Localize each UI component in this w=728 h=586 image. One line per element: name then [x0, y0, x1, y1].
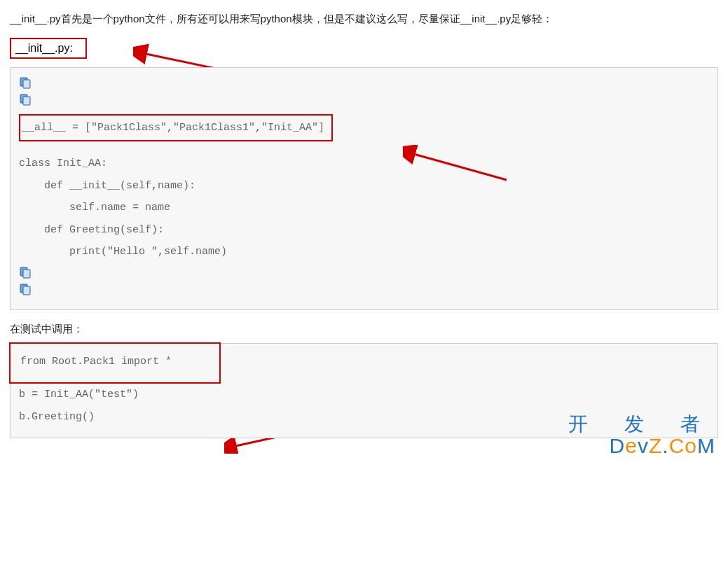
copy-icon[interactable] [19, 93, 709, 106]
code-line: b.Greeting() [19, 406, 709, 428]
heading-label: __init__.py: [15, 42, 73, 54]
svg-rect-2 [23, 80, 30, 88]
code-line: __all__ = ["Pack1Class","Pack1Class1","I… [22, 122, 324, 134]
code-block-2: from Root.Pack1 import * b = Init_AA("te… [10, 343, 718, 439]
code-line: class Init_AA: [19, 153, 709, 175]
import-line-box: from Root.Pack1 import * [9, 342, 221, 384]
test-call-heading: 在测试中调用： [10, 323, 718, 336]
copy-icon[interactable] [19, 266, 709, 279]
copy-icon[interactable] [19, 76, 709, 89]
copy-icon[interactable] [19, 283, 709, 295]
code-line: def Greeting(self): [19, 219, 709, 242]
svg-rect-9 [23, 286, 30, 295]
code-line: b = Init_AA("test") [19, 384, 709, 406]
code-line: self.name = name [19, 197, 709, 219]
code-line: def __init__(self,name): [19, 175, 709, 197]
svg-rect-7 [23, 270, 30, 278]
intro-text: __init__.py首先是一个python文件，所有还可以用来写python模… [10, 10, 718, 28]
svg-rect-4 [23, 97, 30, 105]
code-line: from Root.Pack1 import * [20, 356, 172, 368]
all-declaration-box: __all__ = ["Pack1Class","Pack1Class1","I… [19, 114, 333, 142]
code-line: print("Hello ",self.name) [19, 241, 709, 263]
code-block-1: __all__ = ["Pack1Class","Pack1Class1","I… [10, 67, 718, 310]
init-py-heading: __init__.py: [10, 38, 87, 59]
